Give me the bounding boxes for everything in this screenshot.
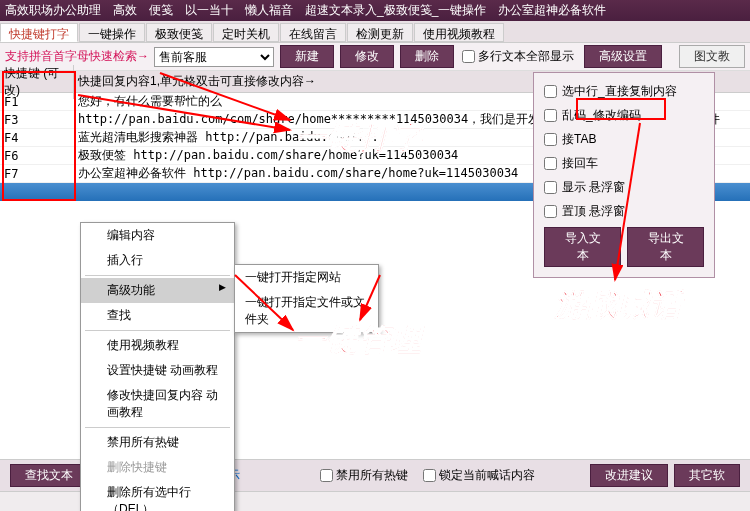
menu-disable-hotkeys[interactable]: 禁用所有热键 [81,430,234,455]
tab-message[interactable]: 在线留言 [280,23,346,42]
export-button[interactable]: 导出文本 [627,227,704,267]
disable-hotkeys-checkbox[interactable]: 禁用所有热键 [320,467,408,484]
suggest-button[interactable]: 改进建议 [590,464,668,487]
lock-content-checkbox[interactable]: 锁定当前喊话内容 [423,467,535,484]
import-button[interactable]: 导入文本 [544,227,621,267]
advanced-settings-button[interactable]: 高级设置 [584,45,662,68]
tab-one-click[interactable]: 一键操作 [79,23,145,42]
menu-set-shortcut-tutorial[interactable]: 设置快捷键 动画教程 [81,358,234,383]
multiline-checkbox[interactable]: 多行文本全部显示 [462,48,574,65]
menu-modify-tutorial[interactable]: 修改快捷回复内容 动画教程 [81,383,234,425]
other-software-button[interactable]: 其它软 [674,464,740,487]
opt-show-float[interactable]: 显示 悬浮窗 [544,179,704,196]
new-button[interactable]: 新建 [280,45,334,68]
edit-button[interactable]: 修改 [340,45,394,68]
menu-delete-selected[interactable]: 删除所有选中行（DEL） [81,480,234,511]
tab-update[interactable]: 检测更新 [347,23,413,42]
opt-fix-encoding[interactable]: 乱码_修改编码 [544,107,704,124]
app-title: 高效职场办公助理 [5,2,101,19]
annotation-shout: 游战喊话 [555,285,683,326]
menu-insert-row[interactable]: 插入行 [81,248,234,273]
image-tutorial-button[interactable]: 图文教 [679,45,745,68]
opt-copy-on-select[interactable]: 选中行_直接复制内容 [544,83,704,100]
submenu-advanced: 一键打开指定网站 一键打开指定文件或文件夹 [234,264,379,333]
title-bar: 高效职场办公助理 高效 便笺 以一当十 懒人福音 超速文本录入_极致便笺_一键操… [0,0,750,21]
tab-shutdown[interactable]: 定时关机 [213,23,279,42]
advanced-settings-panel: 选中行_直接复制内容 乱码_修改编码 接TAB 接回车 显示 悬浮窗 置顶 悬浮… [533,72,715,278]
menu-video-tutorial[interactable]: 使用视频教程 [81,333,234,358]
menu-delete-shortcut[interactable]: 删除快捷键 [81,455,234,480]
menu-advanced[interactable]: 高级功能 [81,278,234,303]
opt-append-tab[interactable]: 接TAB [544,131,704,148]
opt-append-enter[interactable]: 接回车 [544,155,704,172]
delete-button[interactable]: 删除 [400,45,454,68]
context-menu: 编辑内容 插入行 高级功能 查找 使用视频教程 设置快捷键 动画教程 修改快捷回… [80,222,235,511]
submenu-open-website[interactable]: 一键打开指定网站 [235,265,378,290]
toolbar: 支持拼音首字母快速检索→ 售前客服 新建 修改 删除 多行文本全部显示 高级设置… [0,43,750,71]
menu-edit-content[interactable]: 编辑内容 [81,223,234,248]
pinyin-search-label: 支持拼音首字母快速检索→ [5,48,149,65]
tab-notes[interactable]: 极致便笺 [146,23,212,42]
col-shortcut[interactable]: 快捷键 (可改) [0,65,74,99]
tab-video[interactable]: 使用视频教程 [414,23,504,42]
find-text-button[interactable]: 查找文本 [10,464,88,487]
menu-find[interactable]: 查找 [81,303,234,328]
search-combo[interactable]: 售前客服 [154,47,274,67]
submenu-open-file[interactable]: 一键打开指定文件或文件夹 [235,290,378,332]
opt-pin-float[interactable]: 置顶 悬浮窗 [544,203,704,220]
tab-shortcut-typing[interactable]: 快捷键打字 [0,23,78,42]
tab-bar: 快捷键打字 一键操作 极致便笺 定时关机 在线留言 检测更新 使用视频教程 [0,21,750,43]
